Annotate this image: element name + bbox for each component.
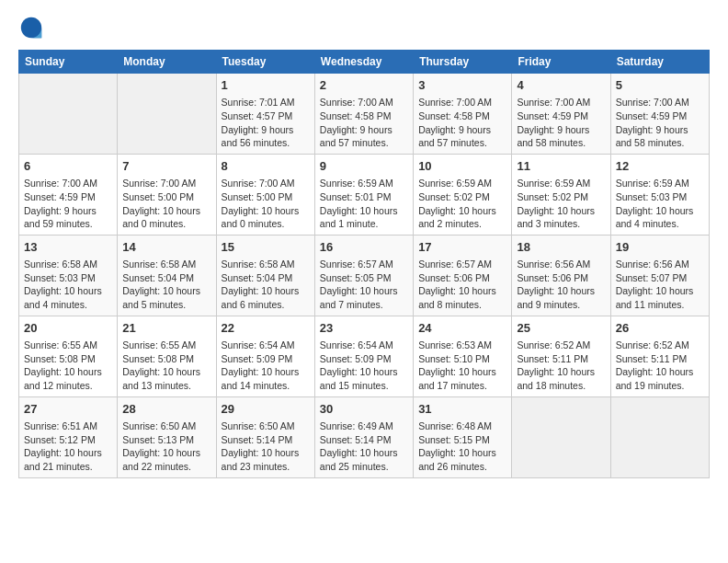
col-header-friday: Friday	[512, 51, 610, 74]
calendar-cell: 2Sunrise: 7:00 AM Sunset: 4:58 PM Daylig…	[314, 74, 413, 155]
day-info: Sunrise: 6:55 AM Sunset: 5:08 PM Dayligh…	[24, 339, 112, 393]
day-info: Sunrise: 6:49 AM Sunset: 5:14 PM Dayligh…	[320, 419, 408, 474]
day-info: Sunrise: 7:00 AM Sunset: 4:58 PM Dayligh…	[418, 96, 506, 150]
calendar-week-3: 13Sunrise: 6:58 AM Sunset: 5:03 PM Dayli…	[19, 235, 710, 316]
day-number: 15	[222, 239, 310, 256]
col-header-saturday: Saturday	[610, 51, 709, 74]
day-info: Sunrise: 6:52 AM Sunset: 5:11 PM Dayligh…	[616, 339, 704, 393]
calendar-cell: 6Sunrise: 7:00 AM Sunset: 4:59 PM Daylig…	[19, 154, 118, 235]
day-number: 8	[222, 158, 310, 175]
calendar-cell: 10Sunrise: 6:59 AM Sunset: 5:02 PM Dayli…	[414, 154, 512, 235]
calendar-cell: 19Sunrise: 6:56 AM Sunset: 5:07 PM Dayli…	[610, 235, 709, 316]
day-info: Sunrise: 6:54 AM Sunset: 5:09 PM Dayligh…	[320, 339, 408, 393]
day-info: Sunrise: 6:55 AM Sunset: 5:08 PM Dayligh…	[122, 339, 210, 393]
calendar-cell	[512, 396, 610, 477]
calendar-week-1: 1Sunrise: 7:01 AM Sunset: 4:57 PM Daylig…	[19, 74, 710, 155]
calendar-cell: 25Sunrise: 6:52 AM Sunset: 5:11 PM Dayli…	[512, 316, 610, 396]
day-number: 6	[24, 158, 112, 175]
day-info: Sunrise: 6:59 AM Sunset: 5:02 PM Dayligh…	[517, 177, 605, 231]
day-number: 9	[320, 158, 408, 175]
day-info: Sunrise: 6:57 AM Sunset: 5:05 PM Dayligh…	[320, 258, 408, 312]
col-header-thursday: Thursday	[414, 51, 512, 74]
calendar-cell: 9Sunrise: 6:59 AM Sunset: 5:01 PM Daylig…	[314, 154, 413, 235]
calendar-cell	[118, 74, 216, 155]
calendar-cell: 23Sunrise: 6:54 AM Sunset: 5:09 PM Dayli…	[314, 316, 413, 396]
calendar-cell: 20Sunrise: 6:55 AM Sunset: 5:08 PM Dayli…	[19, 316, 118, 396]
calendar-cell: 29Sunrise: 6:50 AM Sunset: 5:14 PM Dayli…	[216, 396, 314, 477]
day-info: Sunrise: 6:58 AM Sunset: 5:03 PM Dayligh…	[24, 258, 112, 312]
day-number: 2	[320, 77, 408, 94]
day-info: Sunrise: 7:00 AM Sunset: 5:00 PM Dayligh…	[222, 177, 310, 231]
calendar-table: SundayMondayTuesdayWednesdayThursdayFrid…	[18, 50, 710, 478]
calendar-cell: 21Sunrise: 6:55 AM Sunset: 5:08 PM Dayli…	[118, 316, 216, 396]
day-info: Sunrise: 6:59 AM Sunset: 5:02 PM Dayligh…	[418, 177, 506, 231]
calendar-cell: 7Sunrise: 7:00 AM Sunset: 5:00 PM Daylig…	[118, 154, 216, 235]
day-number: 21	[122, 320, 210, 337]
day-number: 23	[320, 320, 408, 337]
calendar-week-5: 27Sunrise: 6:51 AM Sunset: 5:12 PM Dayli…	[19, 396, 710, 477]
day-number: 11	[517, 158, 605, 175]
calendar-cell: 15Sunrise: 6:58 AM Sunset: 5:04 PM Dayli…	[216, 235, 314, 316]
day-info: Sunrise: 7:00 AM Sunset: 5:00 PM Dayligh…	[122, 177, 210, 231]
col-header-monday: Monday	[118, 51, 216, 74]
calendar-cell: 11Sunrise: 6:59 AM Sunset: 5:02 PM Dayli…	[512, 154, 610, 235]
calendar-cell: 16Sunrise: 6:57 AM Sunset: 5:05 PM Dayli…	[314, 235, 413, 316]
day-number: 28	[122, 401, 210, 418]
day-number: 7	[122, 158, 210, 175]
calendar-cell: 13Sunrise: 6:58 AM Sunset: 5:03 PM Dayli…	[19, 235, 118, 316]
day-number: 1	[222, 77, 310, 94]
day-info: Sunrise: 6:48 AM Sunset: 5:15 PM Dayligh…	[418, 419, 506, 474]
calendar-week-4: 20Sunrise: 6:55 AM Sunset: 5:08 PM Dayli…	[19, 316, 710, 396]
calendar-cell	[610, 396, 709, 477]
day-number: 5	[616, 77, 704, 94]
day-info: Sunrise: 7:00 AM Sunset: 4:59 PM Dayligh…	[24, 177, 112, 231]
page-header	[18, 15, 710, 40]
logo-icon	[18, 15, 44, 40]
col-header-sunday: Sunday	[19, 51, 118, 74]
day-info: Sunrise: 6:57 AM Sunset: 5:06 PM Dayligh…	[418, 258, 506, 312]
calendar-header-row: SundayMondayTuesdayWednesdayThursdayFrid…	[19, 51, 710, 74]
day-info: Sunrise: 6:58 AM Sunset: 5:04 PM Dayligh…	[122, 258, 210, 312]
day-info: Sunrise: 6:56 AM Sunset: 5:06 PM Dayligh…	[517, 258, 605, 312]
calendar-cell: 26Sunrise: 6:52 AM Sunset: 5:11 PM Dayli…	[610, 316, 709, 396]
calendar-cell: 24Sunrise: 6:53 AM Sunset: 5:10 PM Dayli…	[414, 316, 512, 396]
calendar-cell: 1Sunrise: 7:01 AM Sunset: 4:57 PM Daylig…	[216, 74, 314, 155]
day-info: Sunrise: 6:59 AM Sunset: 5:03 PM Dayligh…	[616, 177, 704, 231]
calendar-week-2: 6Sunrise: 7:00 AM Sunset: 4:59 PM Daylig…	[19, 154, 710, 235]
day-info: Sunrise: 6:59 AM Sunset: 5:01 PM Dayligh…	[320, 177, 408, 231]
day-info: Sunrise: 7:00 AM Sunset: 4:58 PM Dayligh…	[320, 96, 408, 150]
day-info: Sunrise: 6:52 AM Sunset: 5:11 PM Dayligh…	[517, 339, 605, 393]
col-header-wednesday: Wednesday	[314, 51, 413, 74]
day-info: Sunrise: 7:00 AM Sunset: 4:59 PM Dayligh…	[616, 96, 704, 150]
calendar-cell: 3Sunrise: 7:00 AM Sunset: 4:58 PM Daylig…	[414, 74, 512, 155]
calendar-cell: 28Sunrise: 6:50 AM Sunset: 5:13 PM Dayli…	[118, 396, 216, 477]
day-number: 14	[122, 239, 210, 256]
day-number: 10	[418, 158, 506, 175]
day-number: 3	[418, 77, 506, 94]
day-number: 16	[320, 239, 408, 256]
calendar-cell: 30Sunrise: 6:49 AM Sunset: 5:14 PM Dayli…	[314, 396, 413, 477]
day-number: 30	[320, 401, 408, 418]
day-number: 31	[418, 401, 506, 418]
day-number: 19	[616, 239, 704, 256]
logo	[18, 15, 48, 40]
day-info: Sunrise: 6:54 AM Sunset: 5:09 PM Dayligh…	[222, 339, 310, 393]
day-number: 26	[616, 320, 704, 337]
day-number: 13	[24, 239, 112, 256]
day-number: 22	[222, 320, 310, 337]
col-header-tuesday: Tuesday	[216, 51, 314, 74]
day-number: 20	[24, 320, 112, 337]
day-info: Sunrise: 6:53 AM Sunset: 5:10 PM Dayligh…	[418, 339, 506, 393]
calendar-cell: 4Sunrise: 7:00 AM Sunset: 4:59 PM Daylig…	[512, 74, 610, 155]
calendar-cell: 5Sunrise: 7:00 AM Sunset: 4:59 PM Daylig…	[610, 74, 709, 155]
day-info: Sunrise: 6:51 AM Sunset: 5:12 PM Dayligh…	[24, 419, 112, 474]
calendar-cell: 8Sunrise: 7:00 AM Sunset: 5:00 PM Daylig…	[216, 154, 314, 235]
day-info: Sunrise: 7:01 AM Sunset: 4:57 PM Dayligh…	[222, 96, 310, 150]
day-number: 27	[24, 401, 112, 418]
day-info: Sunrise: 6:50 AM Sunset: 5:14 PM Dayligh…	[222, 419, 310, 474]
calendar-cell: 14Sunrise: 6:58 AM Sunset: 5:04 PM Dayli…	[118, 235, 216, 316]
day-info: Sunrise: 6:58 AM Sunset: 5:04 PM Dayligh…	[222, 258, 310, 312]
calendar-cell: 17Sunrise: 6:57 AM Sunset: 5:06 PM Dayli…	[414, 235, 512, 316]
day-info: Sunrise: 6:56 AM Sunset: 5:07 PM Dayligh…	[616, 258, 704, 312]
calendar-cell: 31Sunrise: 6:48 AM Sunset: 5:15 PM Dayli…	[414, 396, 512, 477]
